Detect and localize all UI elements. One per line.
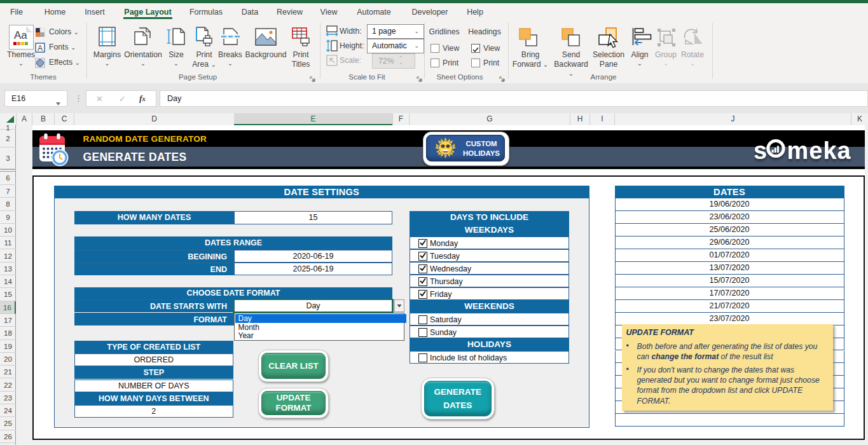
- svg-text:Aa: Aa: [14, 29, 27, 41]
- svg-text:s: s: [754, 137, 767, 164]
- svg-text:meka: meka: [787, 137, 851, 164]
- svg-text:A: A: [38, 44, 43, 53]
